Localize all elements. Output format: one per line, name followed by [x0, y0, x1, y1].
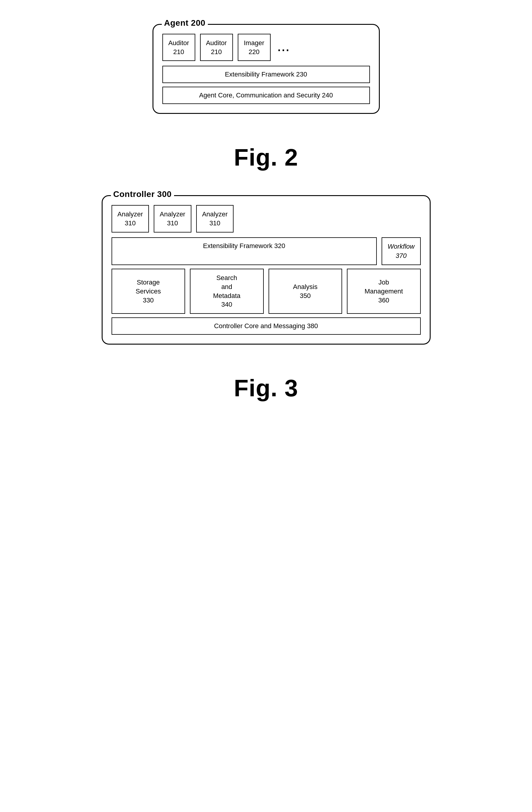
auditor1-box: Auditor 210	[163, 34, 195, 61]
analysis-number: 350	[300, 291, 311, 300]
analyzer1-number: 310	[125, 219, 136, 228]
workflow-box: Workflow 370	[381, 237, 420, 265]
analyzer2-box: Analyzer 310	[154, 205, 191, 232]
workflow-number: 370	[396, 251, 407, 261]
analysis-box: Analysis 350	[268, 269, 342, 314]
analyzer3-name: Analyzer	[202, 210, 228, 219]
auditor2-box: Auditor 210	[200, 34, 233, 61]
agent-core-box: Agent Core, Communication and Security 2…	[163, 87, 370, 104]
imager-name: Imager	[244, 39, 264, 47]
agent-label: Agent 200	[162, 18, 208, 28]
search-name: SearchandMetadata	[213, 274, 240, 300]
auditor1-number: 210	[173, 47, 184, 57]
fig3-label: Fig. 3	[234, 375, 298, 402]
job-number: 360	[378, 296, 389, 305]
search-box: SearchandMetadata 340	[190, 269, 264, 314]
analyzer2-number: 310	[167, 219, 178, 228]
agent-components-row: Auditor 210 Auditor 210 Imager 220 ...	[163, 34, 370, 61]
job-management-box: JobManagement 360	[347, 269, 421, 314]
analyzer3-box: Analyzer 310	[196, 205, 234, 232]
analyzers-row: Analyzer 310 Analyzer 310 Analyzer 310	[112, 205, 421, 232]
auditor2-name: Auditor	[206, 39, 227, 47]
job-name: JobManagement	[365, 278, 403, 295]
auditor1-name: Auditor	[168, 39, 189, 47]
imager-box: Imager 220	[238, 34, 271, 61]
ellipsis-icon: ...	[278, 41, 290, 54]
auditor2-number: 210	[211, 47, 222, 57]
analyzer1-name: Analyzer	[117, 210, 143, 219]
agent-diagram: Agent 200 Auditor 210 Auditor 210 Imager…	[153, 24, 380, 114]
extensibility-framework-controller: Extensibility Framework 320	[112, 237, 377, 265]
controller-core-box: Controller Core and Messaging 380	[112, 317, 421, 335]
storage-number: 330	[143, 296, 154, 305]
controller-diagram: Controller 300 Analyzer 310 Analyzer 310…	[102, 195, 431, 345]
storage-box: StorageServices 330	[112, 269, 185, 314]
controller-label: Controller 300	[111, 189, 174, 199]
analyzer3-number: 310	[209, 219, 220, 228]
analyzer2-name: Analyzer	[160, 210, 185, 219]
extensibility-workflow-row: Extensibility Framework 320 Workflow 370	[112, 237, 421, 265]
analyzer1-box: Analyzer 310	[112, 205, 149, 232]
fig2-label: Fig. 2	[234, 144, 298, 171]
workflow-name: Workflow	[388, 242, 415, 251]
search-number: 340	[221, 300, 232, 309]
analysis-name: Analysis	[293, 282, 318, 291]
storage-name: StorageServices	[136, 278, 161, 295]
imager-number: 220	[249, 47, 260, 57]
extensibility-framework-agent: Extensibility Framework 230	[163, 66, 370, 83]
services-row: StorageServices 330 SearchandMetadata 34…	[112, 269, 421, 314]
